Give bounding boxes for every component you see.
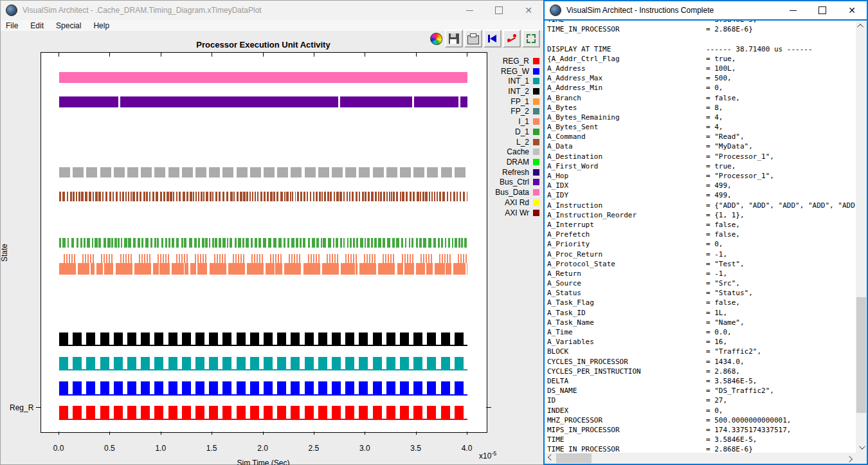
series-bar [321,192,323,201]
series-bar [422,192,424,201]
close-button[interactable]: ✕ [514,1,543,20]
series-bar [59,381,68,394]
scroll-right-button[interactable] [845,453,856,464]
series-bar [378,263,395,275]
series-bar [313,192,315,201]
series-bar [404,254,406,263]
series-bar [413,192,415,201]
close-button[interactable]: ✕ [837,1,867,19]
series-bar [163,192,165,201]
series-bar [59,238,61,248]
series-bar [280,192,283,201]
legend-label: DRAM [507,158,529,167]
maximize-button[interactable] [808,1,837,19]
legend-label: Bus_Data [495,188,529,197]
series-bar [466,254,467,263]
series-bar [64,254,65,263]
series-bar [161,238,163,248]
series-bar [396,238,399,248]
fullscreen-button[interactable] [522,30,540,48]
series-bar [168,254,169,263]
series-bar [240,254,242,263]
x-tick [109,53,110,57]
console-line: A_Task_ID= 1L, [547,308,856,318]
maximize-button[interactable] [484,1,514,20]
series-bar [184,238,186,248]
console-output[interactable]: TIME= 3.5846E-5,TIME_IN_PROCESSOR= 2.868… [545,21,856,453]
console-window-titlebar[interactable]: VisualSim Architect - Instructions Compl… [545,1,867,21]
legend-item-axi-wr: AXI Wr [459,208,539,218]
series-bar [318,381,327,394]
series-bar [235,254,237,263]
series-bar [141,254,143,263]
plot-canvas[interactable] [41,52,487,433]
menu-edit[interactable]: Edit [30,21,44,30]
series-bar [439,192,440,201]
series-bar [372,254,373,263]
series-bar [305,167,316,178]
variable-value: = 499, [706,191,732,199]
x-tick-label: 1.5 [206,444,217,453]
horizontal-scroll-thumb[interactable] [556,453,592,463]
console-line: {A_Addr_Ctrl_Flag= true, [547,54,856,64]
series-bar [364,254,365,263]
minimize-button[interactable] [778,1,808,19]
series-bar [59,419,467,420]
series-bar [168,238,170,248]
series-bar [200,254,201,263]
series-bar [378,192,380,201]
series-bar [380,192,381,201]
x-tick [314,53,314,57]
series-bar [332,381,341,394]
vertical-scroll-thumb[interactable] [856,297,866,413]
series-bar [118,238,120,248]
series-bar [356,238,359,248]
legend-swatch [533,88,539,95]
menu-special[interactable]: Special [56,21,81,30]
series-bar [238,238,241,248]
variable-value: = "Test", [706,260,745,268]
series-bar [123,254,124,263]
series-bar [417,192,419,201]
series-bar [255,238,257,248]
menu-help[interactable]: Help [93,21,109,30]
x-tick-label: 2.0 [257,444,268,453]
series-bar [286,192,289,201]
series-bar [59,394,467,396]
series-bar [441,381,450,394]
series-bar [345,406,354,419]
plot-window-titlebar[interactable]: VisualSim Architect - .Cache_DRAM.Timing… [1,1,543,20]
series-bar [291,381,300,394]
series-bar [222,381,231,394]
series-bar [222,192,224,201]
series-bar [264,192,266,201]
series-bar [59,357,68,369]
vertical-scrollbar[interactable] [856,21,867,453]
scroll-left-button[interactable] [545,453,556,464]
minimize-button[interactable] [455,1,484,20]
console-line: A_First_Word= true, [547,161,856,171]
series-bar [442,192,445,201]
scroll-up-button[interactable] [856,21,867,32]
menu-file[interactable]: File [6,21,18,30]
legend-label: Cache [507,147,529,156]
console-line: A_Branch= false, [547,93,856,103]
horizontal-scrollbar[interactable] [545,453,856,464]
series-bar [386,192,388,201]
console-line: TIME= 3.5846E-5, [547,435,856,444]
series-bar [412,254,413,263]
scroll-down-button[interactable] [856,442,867,453]
series-bar [209,333,218,345]
series-bar [251,254,253,263]
series-bar [237,167,248,178]
legend-swatch [533,129,539,135]
variable-value: = false, [706,298,740,307]
console-line: CYCLES_IN_PROCESSOR= 1434.0, [547,357,856,367]
legend-swatch [533,118,539,125]
reset-axes-button[interactable] [484,30,502,48]
plot-points-button[interactable] [503,30,521,48]
series-bar [270,192,273,201]
series-bar [413,406,422,419]
series-bar [209,381,218,394]
series-bar [373,167,384,178]
